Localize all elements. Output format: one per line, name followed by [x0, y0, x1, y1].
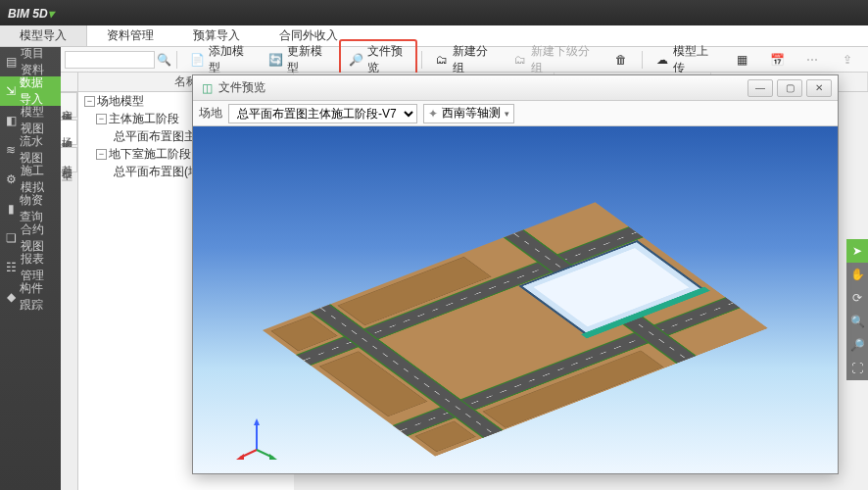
dropdown-icon: ▾ [505, 109, 509, 119]
separator [176, 51, 177, 69]
toolbar: 🔍 📄添加模型 🔄更新模型 🔎文件预览 🗂新建分组 🗂新建下级分组 🗑 ☁模型上… [61, 47, 868, 73]
fit-icon: ⛶ [851, 362, 863, 375]
zoom-out-icon: 🔎 [850, 338, 865, 352]
fit-tool[interactable]: ⛶ [846, 357, 868, 380]
vertical-tabs: 实体模型 场地模型 其它模型 [61, 92, 78, 490]
cube-icon: ◧ [6, 114, 17, 127]
search-icon: 🔍 [157, 53, 171, 67]
collapse-icon[interactable]: − [96, 114, 107, 124]
view-orientation-combo[interactable]: ✦ 西南等轴测 ▾ [423, 104, 514, 123]
search-input[interactable] [65, 51, 155, 69]
zoom-out-tool[interactable]: 🔎 [846, 333, 868, 357]
extra-button-3[interactable]: ⋯ [796, 49, 829, 71]
orbit-tool[interactable]: ⟳ [846, 286, 868, 310]
sidebar-label: 流水视图 [20, 133, 55, 167]
zoom-in-icon: 🔍 [850, 315, 865, 328]
export-icon: ⇪ [840, 52, 855, 68]
left-sidebar: ▤项目资料 ⇲数据导入 ◧模型视图 ≋流水视图 ⚙施工模拟 ▮物资查询 ❏合约视… [0, 47, 61, 490]
compass-icon: ✦ [428, 107, 438, 121]
cursor-icon: ➤ [852, 244, 862, 258]
app-titlebar: BIM 5D▾ [0, 0, 868, 25]
viewport-tools: ➤ ✋ ⟳ 🔍 🔎 ⛶ [846, 239, 868, 380]
pan-tool[interactable]: ✋ [846, 263, 868, 286]
svg-marker-3 [236, 454, 244, 460]
orbit-icon: ⟳ [852, 291, 862, 305]
flow-icon: ≋ [6, 143, 16, 157]
sidebar-label: 构件跟踪 [20, 280, 55, 314]
sidebar-item-model-view[interactable]: ◧模型视图 [0, 106, 61, 135]
hand-icon: ✋ [850, 268, 865, 281]
sidebar-item-contract-view[interactable]: ❏合约视图 [0, 223, 61, 253]
sidebar-item-material-query[interactable]: ▮物资查询 [0, 194, 61, 223]
app-logo: BIM 5D▾ [8, 6, 54, 21]
search-button[interactable]: 🔍 [157, 51, 172, 69]
upload-icon: ☁ [655, 52, 669, 68]
sidebar-label: 数据导入 [20, 74, 55, 108]
sidebar-item-flow-view[interactable]: ≋流水视图 [0, 135, 61, 165]
more-icon: ⋯ [804, 52, 820, 68]
preview-titlebar[interactable]: ◫ 文件预览 — ▢ ✕ [193, 75, 838, 101]
zoom-in-tool[interactable]: 🔍 [846, 310, 868, 333]
subgroup-icon: 🗂 [513, 52, 527, 68]
menu-tab-data-manage[interactable]: 资料管理 [87, 25, 173, 46]
btn-label: 新建下级分组 [531, 43, 594, 76]
sidebar-label: 物资查询 [20, 192, 55, 225]
vtab-other-model[interactable]: 其它模型 [61, 147, 77, 172]
calendar-icon: 📅 [769, 52, 785, 68]
sidebar-item-project[interactable]: ▤项目资料 [0, 47, 61, 76]
collapse-icon[interactable]: − [96, 149, 107, 160]
doc-icon: ❏ [6, 231, 17, 245]
svg-marker-1 [254, 418, 260, 425]
group-icon: 🗂 [435, 52, 449, 68]
preview-window-icon: ◫ [199, 80, 215, 96]
axis-gizmo[interactable] [234, 416, 279, 462]
select-tool[interactable]: ➤ [846, 239, 868, 263]
site-ground [263, 202, 768, 456]
preview-icon: 🔎 [349, 52, 363, 68]
sidebar-item-component-track[interactable]: ◆构件跟踪 [0, 282, 61, 312]
maximize-button[interactable]: ▢ [777, 79, 802, 97]
delete-button[interactable]: 🗑 [604, 49, 638, 71]
extra-button-1[interactable]: ▦ [725, 49, 758, 71]
menu-tab-model-import[interactable]: 模型导入 [0, 25, 87, 46]
import-icon: ⇲ [6, 84, 16, 98]
site-select[interactable]: 总平面布置图主体施工阶段-V7 [228, 104, 417, 123]
collapse-icon[interactable]: − [84, 96, 95, 107]
separator [642, 51, 643, 69]
close-button[interactable]: ✕ [806, 79, 832, 97]
refresh-icon: 🔄 [268, 52, 283, 68]
track-icon: ◆ [6, 290, 16, 304]
site-label: 场地 [199, 105, 222, 122]
extra-button-4[interactable]: ⇪ [831, 49, 864, 71]
delete-icon: 🗑 [613, 52, 629, 68]
file-preview-window: ◫ 文件预览 — ▢ ✕ 场地 总平面布置图主体施工阶段-V7 ✦ 西南等轴测 … [192, 74, 839, 474]
clipboard-icon: ▤ [6, 55, 17, 69]
extra-button-2[interactable]: 📅 [760, 49, 794, 71]
btn-label: 新建分组 [453, 43, 494, 76]
tree-label: 地下室施工阶段 [109, 146, 191, 163]
sidebar-label: 报表管理 [21, 251, 55, 284]
btn-label: 添加模型 [209, 43, 249, 76]
sidebar-item-report[interactable]: ☷报表管理 [0, 253, 61, 282]
preview-title: 文件预览 [218, 79, 744, 96]
svg-marker-5 [269, 454, 277, 460]
file-plus-icon: 📄 [190, 52, 205, 68]
tree-label: 主体施工阶段 [109, 111, 179, 127]
vtab-entity-model[interactable]: 实体模型 [61, 92, 77, 118]
sidebar-label: 项目资料 [21, 45, 55, 78]
vtab-site-model[interactable]: 场地模型 [61, 120, 77, 145]
btn-label: 更新模型 [287, 43, 327, 76]
sidebar-label: 合约视图 [21, 221, 55, 255]
btn-label: 文件预览 [367, 43, 408, 76]
sidebar-label: 模型视图 [21, 104, 55, 137]
vert-tab-stub [61, 73, 78, 91]
view-label: 西南等轴测 [442, 105, 501, 122]
sidebar-item-data-import[interactable]: ⇲数据导入 [0, 76, 61, 106]
separator [421, 51, 422, 69]
minimize-button[interactable]: — [747, 79, 773, 97]
preview-toolbar: 场地 总平面布置图主体施工阶段-V7 ✦ 西南等轴测 ▾ [193, 101, 838, 126]
settings-icon: ▦ [734, 52, 749, 68]
3d-viewport[interactable] [193, 126, 838, 473]
sidebar-item-construction-sim[interactable]: ⚙施工模拟 [0, 165, 61, 194]
btn-label: 模型上传 [673, 43, 714, 76]
